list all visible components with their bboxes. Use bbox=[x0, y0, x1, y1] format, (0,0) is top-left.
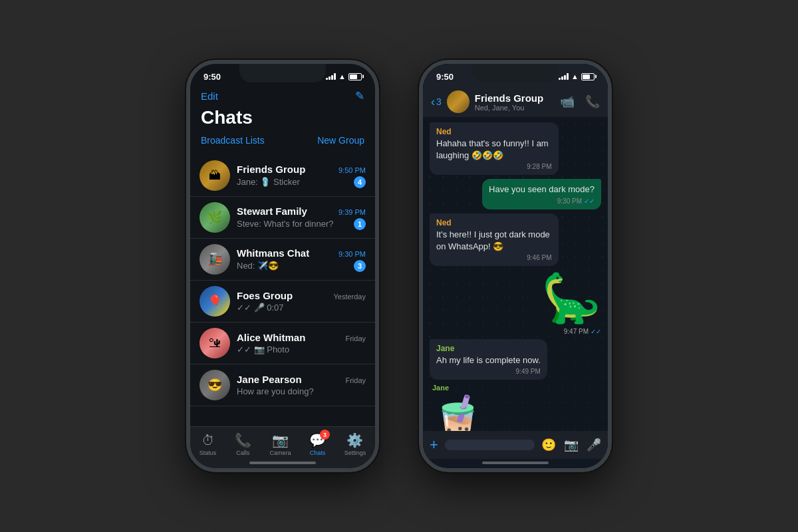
status-icons-left: ▲ bbox=[326, 72, 362, 80]
avatar-jane-pearson: 😎 bbox=[200, 370, 230, 400]
input-action-icons: 🙂 📷 🎤 bbox=[541, 438, 601, 452]
msg-text-sent-1: Have you seen dark mode? bbox=[489, 184, 595, 196]
msg-check-sent-1: ✓✓ bbox=[584, 198, 595, 205]
avatar-stewart-family: 🌿 bbox=[200, 202, 230, 233]
time-right: 9:50 bbox=[436, 72, 454, 82]
tab-calls[interactable]: 📞 Calls bbox=[235, 432, 251, 456]
wifi-icon: ▲ bbox=[338, 72, 346, 80]
edit-button[interactable]: Edit bbox=[201, 90, 218, 102]
avatar-friends-group: 🏔 bbox=[200, 160, 230, 191]
new-group-button[interactable]: New Group bbox=[317, 135, 364, 146]
sticker-dino: 🦕 9:47 PM ✓✓ bbox=[541, 270, 601, 335]
camera-tab-icon: 📷 bbox=[272, 432, 289, 448]
sticker-cup: 🧋 9:50 PM bbox=[430, 393, 486, 431]
chat-preview-friends-group: Jane: 🩴 Sticker bbox=[237, 177, 300, 187]
mic-input-icon[interactable]: 🎤 bbox=[587, 438, 601, 452]
battery-icon-right bbox=[581, 73, 595, 80]
jane-sticker-container: Jane 🧋 9:50 PM bbox=[430, 384, 601, 431]
tab-camera[interactable]: 📷 Camera bbox=[269, 432, 291, 456]
right-phone: 9:50 ▲ ‹ 3 Fri bbox=[419, 60, 612, 472]
msg-time-jane-1: 9:49 PM bbox=[516, 368, 541, 375]
sticker-dino-time: 9:47 PM bbox=[564, 328, 589, 335]
msg-text-ned-2: It's here!! I just got dark mode on What… bbox=[436, 229, 552, 253]
chat-item-jane-pearson[interactable]: 😎 Jane Pearson Friday How are you doing? bbox=[190, 364, 375, 406]
avatar-foes-group: 🎈 bbox=[200, 286, 230, 317]
unread-badge-friends-group: 4 bbox=[354, 176, 366, 188]
broadcast-lists-link[interactable]: Broadcast Lists bbox=[201, 135, 265, 146]
settings-tab-icon: ⚙️ bbox=[346, 432, 363, 448]
jane-sticker-sender: Jane bbox=[432, 384, 449, 392]
calls-tab-label: Calls bbox=[236, 450, 249, 456]
left-phone: 9:50 ▲ Edit ✎ Chats bbox=[186, 60, 379, 472]
signal-icon-right bbox=[559, 73, 569, 80]
header-action-icons: 📹 📞 bbox=[560, 94, 600, 109]
status-icons-right: ▲ bbox=[559, 72, 595, 80]
msg-time-ned-1: 9:28 PM bbox=[527, 163, 551, 170]
chat-name-jane-pearson: Jane Pearson bbox=[237, 374, 302, 385]
tab-status[interactable]: ⏱ Status bbox=[200, 433, 217, 456]
chat-item-foes-group[interactable]: 🎈 Foes Group Yesterday ✓✓ 🎤 0:07 bbox=[190, 281, 375, 323]
status-bar-right: 9:50 ▲ bbox=[423, 64, 608, 86]
chats-tab-badge: 3 bbox=[320, 430, 330, 440]
chat-item-whitmans-chat[interactable]: 🚂 Whitmans Chat 9:30 PM Ned: ✈️😎 3 bbox=[190, 239, 375, 281]
signal-icon bbox=[326, 73, 336, 80]
chat-name-foes-group: Foes Group bbox=[237, 290, 293, 301]
chat-content-whitmans-chat: Whitmans Chat 9:30 PM Ned: ✈️😎 3 bbox=[237, 247, 366, 272]
back-button[interactable]: ‹ 3 bbox=[431, 95, 442, 109]
msg-sender-ned-2: Ned bbox=[436, 218, 552, 227]
chat-content-alice-whitman: Alice Whitman Friday ✓✓ 📷 Photo bbox=[237, 332, 366, 354]
msg-time-sent-1: 9:30 PM bbox=[557, 198, 582, 205]
chat-preview-jane-pearson: How are you doing? bbox=[237, 386, 314, 396]
status-tab-label: Status bbox=[200, 450, 217, 456]
message-input[interactable] bbox=[445, 440, 535, 450]
battery-icon bbox=[348, 73, 362, 80]
chat-name-whitmans-chat: Whitmans Chat bbox=[237, 247, 309, 259]
group-members-detail: Ned, Jane, You bbox=[475, 104, 555, 112]
chat-list: 🏔 Friends Group 9:50 PM Jane: 🩴 Sticker … bbox=[190, 155, 375, 426]
chat-item-alice-whitman[interactable]: 🏜 Alice Whitman Friday ✓✓ 📷 Photo bbox=[190, 323, 375, 364]
msg-sender-jane-1: Jane bbox=[436, 344, 541, 353]
message-jane-1: Jane Ah my life is complete now. 9:49 PM bbox=[430, 339, 547, 380]
sticker-dino-emoji: 🦕 bbox=[541, 271, 601, 325]
group-name-detail: Friends Group bbox=[475, 92, 555, 104]
messages-area: Ned Hahaha that's so funny!! I am laughi… bbox=[423, 117, 608, 431]
tab-chats[interactable]: 💬 3 Chats bbox=[309, 432, 326, 456]
chat-name-stewart-family: Stewart Family bbox=[237, 205, 307, 217]
status-bar-left: 9:50 ▲ bbox=[190, 64, 375, 86]
chat-name-friends-group: Friends Group bbox=[237, 164, 305, 175]
chats-screen: 9:50 ▲ Edit ✎ Chats bbox=[190, 64, 375, 468]
time-left: 9:50 bbox=[203, 72, 221, 82]
calls-tab-icon: 📞 bbox=[235, 432, 251, 448]
camera-tab-label: Camera bbox=[269, 450, 291, 456]
msg-time-ned-2: 9:46 PM bbox=[527, 254, 551, 261]
tab-settings[interactable]: ⚙️ Settings bbox=[344, 432, 366, 456]
chat-detail-screen: 9:50 ▲ ‹ 3 Fri bbox=[423, 64, 608, 468]
group-avatar-detail bbox=[447, 90, 469, 113]
chat-content-jane-pearson: Jane Pearson Friday How are you doing? bbox=[237, 374, 366, 396]
chat-preview-stewart-family: Steve: What's for dinner? bbox=[237, 219, 334, 229]
message-sent-dark-mode: Have you seen dark mode? 9:30 PM ✓✓ bbox=[482, 179, 601, 209]
input-bar: + 🙂 📷 🎤 bbox=[423, 431, 608, 459]
sticker-input-icon[interactable]: 🙂 bbox=[541, 438, 556, 452]
unread-badge-whitmans-chat: 3 bbox=[354, 260, 366, 272]
compose-icon[interactable]: ✎ bbox=[355, 89, 364, 103]
chat-time-stewart-family: 9:39 PM bbox=[338, 208, 366, 216]
chat-time-whitmans-chat: 9:30 PM bbox=[338, 250, 366, 258]
chat-preview-whitmans-chat: Ned: ✈️😎 bbox=[237, 261, 279, 271]
chat-item-friends-group[interactable]: 🏔 Friends Group 9:50 PM Jane: 🩴 Sticker … bbox=[190, 155, 375, 197]
phone-call-icon[interactable]: 📞 bbox=[585, 94, 600, 109]
chats-header: Edit ✎ Chats Broadcast Lists New Group bbox=[190, 86, 375, 155]
msg-text-jane-1: Ah my life is complete now. bbox=[436, 354, 541, 366]
message-ned-2: Ned It's here!! I just got dark mode on … bbox=[430, 213, 559, 266]
camera-input-icon[interactable]: 📷 bbox=[564, 438, 579, 452]
chat-preview-foes-group: ✓✓ 🎤 0:07 bbox=[237, 303, 284, 313]
tab-bar: ⏱ Status 📞 Calls 📷 Camera 💬 3 Chats bbox=[190, 426, 375, 459]
chats-tab-label: Chats bbox=[310, 450, 326, 456]
add-attachment-icon[interactable]: + bbox=[430, 436, 438, 454]
unread-badge-stewart-family: 1 bbox=[354, 218, 366, 230]
status-tab-icon: ⏱ bbox=[201, 433, 215, 448]
video-call-icon[interactable]: 📹 bbox=[560, 94, 575, 109]
chat-item-stewart-family[interactable]: 🌿 Stewart Family 9:39 PM Steve: What's f… bbox=[190, 197, 375, 239]
back-chevron-icon: ‹ bbox=[431, 95, 435, 109]
avatar-whitmans-chat: 🚂 bbox=[200, 244, 230, 275]
